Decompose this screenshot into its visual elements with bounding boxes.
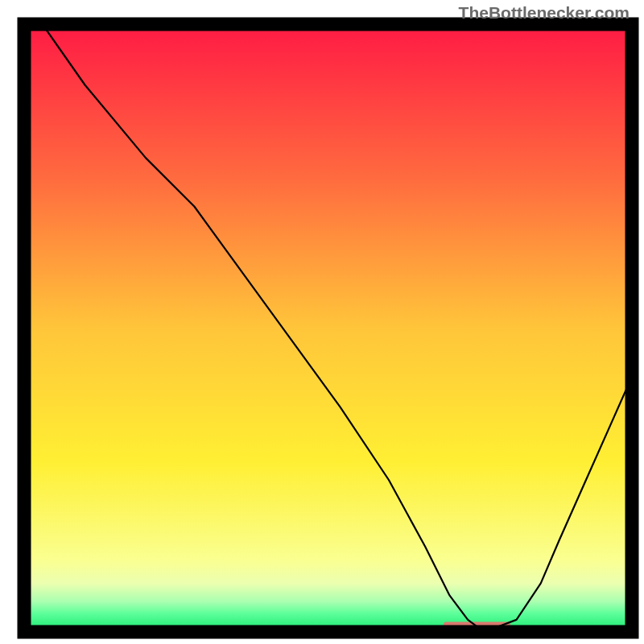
watermark-text: TheBottlenecker.com [459, 3, 630, 23]
chart-container: TheBottlenecker.com [0, 0, 644, 644]
bottleneck-chart [0, 0, 644, 644]
gradient-background [24, 24, 632, 632]
